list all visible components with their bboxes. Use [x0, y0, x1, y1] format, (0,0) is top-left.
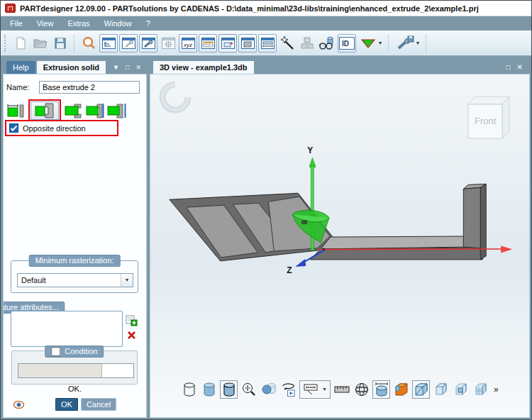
- hatch-window-icon: [241, 38, 255, 49]
- save-part-dropdown[interactable]: ▾: [394, 34, 421, 52]
- panel-close-icon[interactable]: ✕: [517, 63, 523, 71]
- extrusion-panel: Help Extrusion solid ▼ □ ✕ Name:: [3, 59, 147, 418]
- opposite-direction-label: Opposite direction: [23, 124, 86, 133]
- new-file-icon: [13, 36, 28, 50]
- delete-x-icon: [127, 331, 136, 340]
- dimensions-window-toggle[interactable]: [258, 34, 277, 52]
- name-input[interactable]: [39, 81, 140, 94]
- menu-view[interactable]: View: [30, 17, 61, 30]
- animation-button[interactable]: [279, 380, 297, 399]
- tools-window-toggle[interactable]: [119, 34, 138, 52]
- delete-attribute-button[interactable]: [127, 331, 136, 341]
- condition-checkbox[interactable]: [51, 347, 60, 356]
- variables-window-toggle[interactable]: xyz: [179, 34, 197, 52]
- 2d-derivation-window-toggle[interactable]: [238, 34, 257, 52]
- dimension-display-dropdown[interactable]: ▾: [299, 380, 331, 399]
- wizard-button[interactable]: [278, 34, 297, 52]
- cube-grid-button[interactable]: [472, 380, 489, 399]
- tab-3d-view[interactable]: 3D view - example1.3db: [153, 61, 254, 74]
- condition-group: Condition: [11, 350, 138, 385]
- save-button[interactable]: [51, 34, 70, 52]
- search-zoom-button[interactable]: [79, 34, 98, 52]
- extrude-mode-distance-button[interactable]: [5, 101, 26, 120]
- extrude-mode-selected-highlight: [28, 99, 61, 122]
- section-view-button[interactable]: [392, 380, 410, 399]
- condition-field[interactable]: [18, 363, 134, 378]
- tab-extrusion-solid[interactable]: Extrusion solid: [37, 61, 106, 74]
- 3d-view-window-toggle[interactable]: [218, 34, 237, 52]
- measure-window-icon: [261, 38, 275, 49]
- extrude-mode-through-all-button[interactable]: [106, 101, 127, 120]
- open-file-button[interactable]: [31, 34, 50, 52]
- extrusion-mode-row: [5, 99, 127, 122]
- shaded-mode-button[interactable]: [200, 380, 218, 399]
- window-title: PARTdesigner 12.09.00 - PARTsolutions by…: [20, 4, 479, 13]
- cancel-button[interactable]: Cancel: [81, 398, 116, 411]
- sketch-window-toggle[interactable]: [159, 34, 177, 52]
- add-attribute-icon: [126, 315, 138, 326]
- svg-text:ID: ID: [342, 40, 349, 48]
- menu-help[interactable]: ?: [139, 17, 157, 30]
- dimension-label-icon: [304, 384, 321, 395]
- extrude-mode-opposite-button[interactable]: [31, 101, 59, 120]
- panel-maximize-icon[interactable]: □: [126, 64, 129, 71]
- 3d-viewport[interactable]: Front: [150, 74, 530, 418]
- min-rasterization-label: Minimum rasterization:: [29, 255, 121, 267]
- ok-button[interactable]: OK: [55, 398, 78, 411]
- cube-view-button[interactable]: [412, 380, 430, 399]
- chevron-down-icon: ▾: [379, 40, 382, 46]
- extrude-opposite-icon: [34, 102, 55, 119]
- topology-window-toggle[interactable]: [99, 34, 118, 52]
- dropdown-arrow-button[interactable]: ▾: [121, 274, 133, 287]
- xyz-variables-icon: xyz: [182, 38, 195, 49]
- green-triangle-icon: [360, 38, 377, 49]
- assembly-icon: [299, 35, 315, 51]
- new-file-button[interactable]: [11, 34, 30, 52]
- cube-transparent-icon: [434, 382, 448, 397]
- menu-file[interactable]: File: [3, 17, 30, 30]
- direction-widget-handle[interactable]: [301, 220, 307, 224]
- ruler-icon: [334, 385, 350, 394]
- panel-close-icon[interactable]: ✕: [135, 64, 141, 71]
- toolbar-grip[interactable]: [4, 35, 7, 52]
- tab-help[interactable]: Help: [6, 61, 35, 74]
- extrusion-panel-tabbar: Help Extrusion solid ▼ □ ✕: [3, 59, 147, 74]
- cube-transparent-button[interactable]: [432, 380, 450, 399]
- transparency-button[interactable]: [260, 380, 277, 399]
- feature-attributes-list[interactable]: [11, 311, 123, 347]
- opposite-direction-checkbox[interactable]: [9, 123, 18, 133]
- panel-maximize-icon[interactable]: □: [506, 63, 511, 71]
- extrude-distance-icon: [6, 102, 26, 119]
- menu-window[interactable]: Window: [97, 17, 139, 30]
- menu-extras[interactable]: Extras: [60, 17, 96, 30]
- min-rasterization-select[interactable]: Default ▾: [17, 273, 133, 287]
- id-button[interactable]: ID: [338, 34, 356, 52]
- 3d-view-window-icon: [221, 38, 235, 49]
- wireframe-mode-button[interactable]: [180, 380, 198, 399]
- measure-button[interactable]: [333, 380, 350, 399]
- preview-eye-icon[interactable]: [13, 400, 25, 411]
- preview-button[interactable]: [318, 34, 336, 52]
- assembly-transfer-button[interactable]: [298, 34, 316, 52]
- extrude-mode-to-face-button[interactable]: [84, 101, 106, 120]
- toolbar-overflow-button[interactable]: »: [492, 385, 501, 394]
- mesh-sphere-button[interactable]: [353, 380, 370, 399]
- value-table-window-toggle[interactable]: [199, 34, 217, 52]
- screw-window-toggle[interactable]: [139, 34, 157, 52]
- release-status-dropdown[interactable]: ▾: [358, 34, 384, 52]
- zoom-fit-button[interactable]: [240, 380, 257, 399]
- shaded-edges-mode-button[interactable]: [220, 380, 238, 399]
- measure-cylinder-button[interactable]: [372, 380, 390, 399]
- cube-inner-button[interactable]: [452, 380, 470, 399]
- main-toolbar: xyz: [1, 31, 531, 56]
- condition-label: Condition: [65, 347, 97, 356]
- workspace: Help Extrusion solid ▼ □ ✕ Name:: [1, 56, 531, 419]
- add-attribute-button[interactable]: [126, 315, 138, 328]
- extrusion-panel-body: Name:: [3, 74, 147, 418]
- panel-dropdown-icon[interactable]: ▼: [113, 64, 119, 71]
- extrude-through-all-icon: [106, 102, 126, 119]
- extrude-mode-symmetric-button[interactable]: [63, 101, 84, 120]
- wire-sphere-icon: [354, 382, 370, 397]
- condition-field-disabled-part: [18, 364, 102, 377]
- magic-wand-icon: [279, 35, 295, 51]
